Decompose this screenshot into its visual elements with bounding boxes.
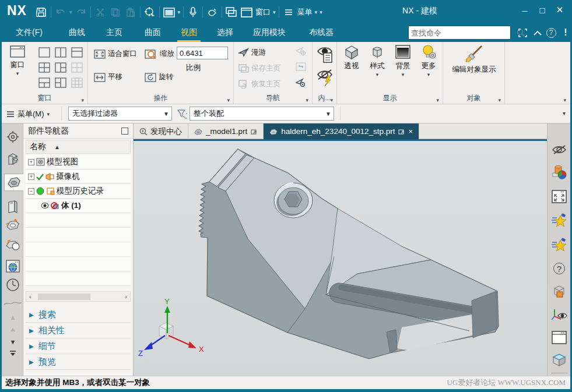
maximize-button[interactable]: □ (534, 2, 551, 17)
pin-icon[interactable] (121, 128, 128, 135)
detach-window-icon[interactable] (398, 129, 405, 135)
group-footer-object[interactable]: 对象▾ (443, 93, 504, 103)
reuse-library-icon[interactable] (4, 198, 22, 216)
window-swap-icon[interactable] (296, 62, 306, 72)
show-only-icon[interactable] (550, 163, 568, 181)
quick-pick-star-icon-2[interactable] (550, 236, 568, 254)
visibility-eye-icon[interactable] (41, 202, 49, 209)
roam-settings-icon[interactable] (296, 78, 306, 87)
microphone-icon[interactable] (185, 5, 201, 19)
roam-button[interactable]: 漫游 (238, 45, 266, 59)
zoom-button[interactable]: 缩放 (145, 47, 174, 61)
section-details[interactable]: ▶细节 (26, 338, 131, 354)
save-home-button[interactable]: 保存主页 (238, 61, 280, 75)
group-footer-window[interactable]: 窗口▾ (2, 93, 87, 103)
sort-ascending-icon[interactable]: ▲ (54, 144, 60, 150)
alert-icon[interactable]: ! (559, 26, 572, 39)
fullscreen-icon[interactable] (515, 26, 529, 39)
touch-gesture-icon[interactable] (205, 5, 220, 19)
perspective-button[interactable]: 透视 (339, 44, 364, 91)
scroll-bottom-icon[interactable] (4, 345, 22, 362)
horizontal-scrollbar[interactable]: ‹ › (26, 291, 131, 302)
tab-router[interactable]: 布线器 (303, 23, 339, 42)
selection-scope-combo[interactable]: 整个装配 ▼ (190, 107, 334, 121)
show-by-list-icon[interactable] (317, 45, 333, 63)
tab-view[interactable]: 视图 (175, 23, 203, 42)
view-orient-eye-icon[interactable] (550, 306, 568, 324)
constraint-navigator-icon[interactable] (4, 217, 22, 234)
expand-icon[interactable]: + (28, 174, 34, 180)
window-preview-dropdown-icon[interactable]: ▾ (178, 9, 181, 15)
style-button[interactable]: 样式 ▾ (365, 44, 389, 91)
close-button[interactable]: ✕ (551, 2, 569, 17)
toolbar-overflow-icon[interactable]: ▾ (320, 9, 322, 15)
filter-reset-icon[interactable] (177, 109, 187, 119)
background-button[interactable]: 背景 ▾ (391, 44, 415, 91)
tab-discovery-center[interactable]: 发现中心 (134, 123, 188, 139)
assembly-constraints-icon[interactable] (4, 128, 22, 146)
group-footer-display[interactable]: 显示▾ (337, 93, 443, 103)
hide-icon[interactable] (550, 141, 568, 158)
fit-view-icon[interactable] (550, 188, 568, 205)
menu-m-button[interactable]: 菜单(M) ▾ (6, 107, 51, 121)
scroll-left-icon[interactable]: ‹ (29, 293, 31, 300)
tab-file[interactable]: 文件(F) (12, 23, 47, 42)
tab-application[interactable]: 应用模块 (247, 23, 292, 42)
hide-immediate-icon[interactable] (317, 68, 333, 86)
part-navigator-icon[interactable] (4, 174, 23, 191)
section-cube-icon[interactable] (550, 351, 568, 368)
tree-row-body[interactable]: 体 (1) (26, 199, 131, 213)
fit-window-button[interactable]: 适合窗口 (94, 47, 137, 61)
menu-dropdown-icon[interactable]: ▾ (315, 9, 318, 15)
redo-icon[interactable] (73, 5, 89, 19)
edit-object-display-button[interactable]: 编辑对象显示 (445, 44, 503, 91)
viewport-3d[interactable]: Y X Z (134, 141, 549, 376)
tree-row-cameras[interactable]: + 摄像机 (26, 169, 131, 184)
collapse-icon[interactable]: − (28, 188, 34, 195)
window-blank-icon[interactable] (550, 329, 568, 346)
find-command-input[interactable] (409, 29, 516, 37)
scroll-right-icon[interactable]: › (125, 293, 127, 300)
touch-target-icon[interactable] (142, 5, 157, 19)
minimize-ribbon-icon[interactable] (531, 26, 545, 39)
window-layout-grid[interactable] (38, 47, 86, 90)
more-button[interactable]: 更多 ▾ (416, 44, 441, 91)
tab-curve[interactable]: 曲线 (63, 23, 91, 42)
help-circle-icon[interactable]: ? (550, 260, 568, 277)
group-footer-overflow[interactable]: ▾ (505, 93, 570, 103)
rotate-button[interactable]: 旋转 (145, 70, 173, 84)
help-icon[interactable]: ? (544, 26, 558, 39)
pan-button[interactable]: 平移 (94, 70, 122, 84)
selection-filter-combo[interactable]: 无选择过滤器 ▼ (68, 107, 172, 121)
window-menu-dropdown-icon[interactable]: ▾ (273, 9, 276, 15)
hd3d-tools-icon[interactable] (4, 236, 22, 254)
group-footer-navigation[interactable]: 导航▾ (234, 93, 312, 103)
quick-pick-star-icon[interactable] (550, 212, 568, 229)
web-browser-icon[interactable] (4, 257, 22, 275)
save-icon[interactable] (34, 5, 49, 19)
close-tab-icon[interactable]: × (408, 127, 413, 136)
section-search[interactable]: ▶搜索 (26, 307, 131, 323)
column-header-name[interactable]: 名称 ▲ (26, 140, 131, 154)
tree-row-model-history[interactable]: − 模型历史记录 (26, 184, 131, 199)
detach-window-icon[interactable] (251, 129, 257, 135)
copy-icon[interactable] (108, 5, 123, 19)
tab-model1-prt[interactable]: _model1.prt (188, 123, 264, 139)
cut-icon[interactable] (93, 5, 108, 19)
tree-row-model-views[interactable]: + 模型视图 (26, 155, 131, 169)
undo-icon[interactable] (53, 5, 68, 19)
find-command-box[interactable] (408, 26, 511, 40)
selection-bar-overflow-icon[interactable]: ▾ (563, 110, 566, 116)
tab-select[interactable]: 选择 (211, 23, 239, 42)
assembly-navigator-icon[interactable] (4, 151, 22, 169)
tab-home[interactable]: 主页 (100, 23, 128, 42)
section-relativity[interactable]: ▶相关性 (26, 323, 131, 338)
hamburger-menu-icon[interactable] (281, 5, 296, 19)
group-footer-internal[interactable]: 内...▾ (313, 93, 336, 103)
section-preview[interactable]: ▶预览 (26, 354, 131, 370)
roam-target-icon[interactable] (296, 47, 306, 56)
group-footer-operation[interactable]: 操作▾ (88, 93, 233, 103)
expand-icon[interactable]: + (28, 159, 34, 165)
window-big-button[interactable]: 窗口 ▾ (5, 44, 30, 91)
window-preview-icon[interactable] (162, 5, 177, 19)
